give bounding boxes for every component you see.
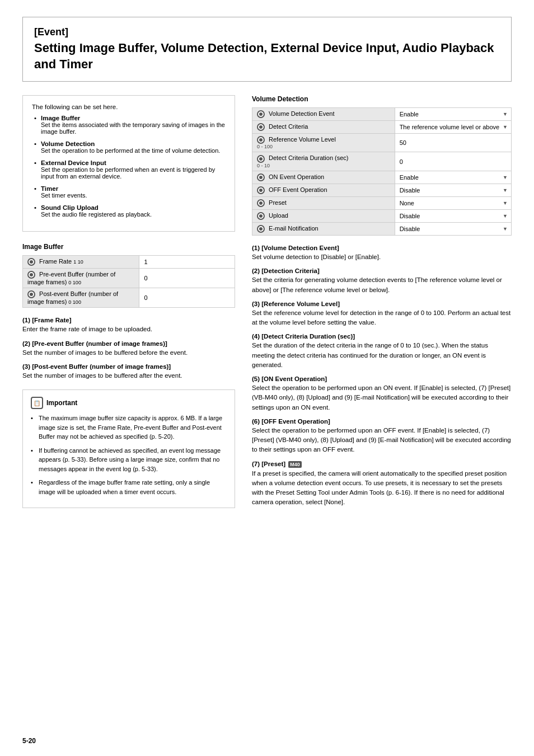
list-item: (1) [Volume Detection Event] Set volume … [252, 245, 512, 262]
settings-icon [257, 123, 265, 131]
volume-detection-items: (1) [Volume Detection Event] Set volume … [252, 245, 512, 507]
intro-text: The following can be set here. [32, 104, 226, 110]
list-item: (1) [Frame Rate] Enter the frame rate of… [22, 317, 235, 334]
table-row: Detect Criteria The reference volume lev… [252, 121, 512, 134]
m40-badge: M40 [288, 461, 302, 468]
settings-icon [27, 271, 35, 279]
list-item: The maximum image buffer size capacity i… [31, 414, 227, 442]
page-title: Setting Image Buffer, Volume Detection, … [34, 40, 500, 72]
table-row: Reference Volume Level0 - 100 50 [252, 134, 512, 152]
list-item: (7) [Preset] M40 If a preset is specifie… [252, 461, 512, 508]
image-buffer-items: (1) [Frame Rate] Enter the frame rate of… [22, 317, 235, 381]
list-item: Regardless of the image buffer frame rat… [31, 478, 227, 496]
important-header: 📋 Important [31, 397, 227, 409]
list-item: If buffering cannot be achieved as speci… [31, 446, 227, 474]
right-column: Volume Detection Volume Detection Event … [252, 95, 512, 517]
list-item: (2) [Pre-event Buffer (number of image f… [22, 340, 235, 358]
list-item: (3) [Post-event Buffer (number of image … [22, 363, 235, 381]
page-number: 5-20 [22, 737, 36, 745]
settings-icon [257, 199, 265, 207]
important-list: The maximum image buffer size capacity i… [31, 414, 227, 496]
table-row: E-mail Notification Disable [252, 222, 512, 235]
volume-detection-table: Volume Detection Event Enable Detect Cri… [252, 107, 512, 236]
settings-icon [257, 225, 265, 233]
table-row: Frame Rate 1 10 1 [23, 256, 235, 269]
image-buffer-table: Frame Rate 1 10 1 Pre-event Buffer (numb… [22, 255, 235, 308]
table-row: OFF Event Operation Disable [252, 184, 512, 196]
intro-item-sound: Sound Clip Upload Set the audio file reg… [34, 204, 226, 218]
table-row: Detect Criteria Duration (sec)0 - 10 0 [252, 152, 512, 171]
important-box: 📋 Important The maximum image buffer siz… [22, 389, 235, 508]
list-item: (4) [Detect Criteria Duration (sec)] Set… [252, 333, 512, 370]
table-row: Volume Detection Event Enable [252, 108, 512, 121]
intro-box: The following can be set here. Image Buf… [22, 95, 235, 232]
important-icon: 📋 [31, 397, 43, 409]
intro-item-timer: Timer Set timer events. [34, 185, 226, 199]
settings-icon [257, 136, 265, 144]
list-item: (3) [Reference Volume Level] Set the ref… [252, 300, 512, 328]
list-item: (6) [OFF Event Operation] Select the ope… [252, 418, 512, 455]
intro-item-volume: Volume Detection Set the operation to be… [34, 140, 226, 154]
table-row: Upload Disable [252, 209, 512, 222]
table-row: Pre-event Buffer (number ofimage frames)… [23, 269, 235, 288]
volume-detection-section-title: Volume Detection [252, 95, 512, 103]
page-header: [Event] Setting Image Buffer, Volume Det… [22, 17, 512, 82]
intro-item-image-buffer: Image Buffer Set the items associated wi… [34, 115, 226, 135]
settings-icon [27, 258, 35, 266]
settings-icon [257, 110, 265, 118]
table-row: Preset None [252, 196, 512, 209]
intro-item-external: External Device Input Set the operation … [34, 159, 226, 180]
table-row: ON Event Operation Enable [252, 171, 512, 184]
settings-icon [257, 173, 265, 181]
list-item: (5) [ON Event Operation] Select the oper… [252, 375, 512, 412]
table-row: Post-event Buffer (number ofimage frames… [23, 288, 235, 308]
left-column: The following can be set here. Image Buf… [22, 95, 235, 517]
intro-list: Image Buffer Set the items associated wi… [32, 115, 226, 218]
settings-icon [257, 212, 265, 220]
list-item: (2) [Detection Criteria] Set the criteri… [252, 267, 512, 295]
settings-icon [257, 155, 265, 163]
settings-icon [27, 290, 35, 298]
event-label: [Event] [34, 26, 500, 38]
image-buffer-section-title: Image Buffer [22, 243, 235, 251]
settings-icon [257, 186, 265, 194]
